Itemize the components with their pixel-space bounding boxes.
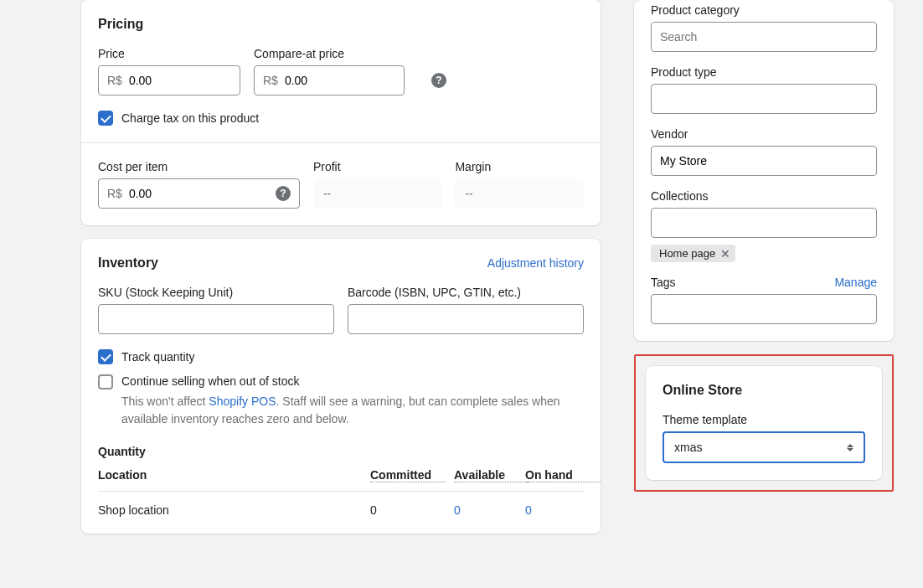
theme-template-value: xmas bbox=[674, 441, 702, 454]
price-label: Price bbox=[98, 47, 240, 60]
product-type-input[interactable] bbox=[651, 84, 877, 114]
sku-input[interactable] bbox=[98, 304, 334, 334]
vendor-label: Vendor bbox=[651, 127, 877, 141]
price-input-wrap[interactable]: R$ bbox=[98, 65, 240, 95]
online-store-highlight: Online Store Theme template xmas bbox=[634, 354, 894, 492]
category-label: Product category bbox=[651, 3, 877, 17]
onhand-header: On hand bbox=[525, 468, 601, 482]
organization-card: Product category Product type Vendor Col… bbox=[634, 0, 894, 341]
continue-selling-checkbox[interactable] bbox=[98, 374, 113, 389]
available-value[interactable]: 0 bbox=[454, 503, 461, 517]
shopify-pos-link[interactable]: Shopify POS bbox=[209, 395, 276, 408]
pricing-card: Pricing Price R$ Compare-at price R$ bbox=[81, 0, 601, 225]
currency-prefix: R$ bbox=[263, 74, 278, 87]
sku-label: SKU (Stock Keeping Unit) bbox=[98, 286, 334, 299]
margin-label: Margin bbox=[455, 160, 584, 173]
table-row: Shop location 0 0 0 bbox=[98, 492, 584, 517]
online-store-title: Online Store bbox=[663, 383, 865, 398]
compare-price-input[interactable] bbox=[285, 66, 431, 95]
barcode-input[interactable] bbox=[348, 304, 584, 334]
template-label: Theme template bbox=[663, 413, 865, 426]
tags-label: Tags bbox=[651, 276, 676, 289]
help-icon[interactable]: ? bbox=[276, 186, 291, 201]
close-icon[interactable]: ✕ bbox=[720, 248, 730, 260]
margin-value: -- bbox=[455, 178, 584, 209]
currency-prefix: R$ bbox=[107, 187, 122, 200]
pricing-title: Pricing bbox=[98, 17, 584, 32]
committed-header: Committed bbox=[370, 468, 446, 482]
profit-label: Profit bbox=[313, 160, 442, 173]
select-arrows-icon bbox=[847, 444, 855, 451]
adjustment-history-link[interactable]: Adjustment history bbox=[487, 256, 584, 270]
online-store-card: Online Store Theme template xmas bbox=[646, 366, 882, 480]
compare-price-label: Compare-at price bbox=[254, 47, 405, 60]
continue-selling-note: This won't affect Shopify POS. Staff wil… bbox=[121, 393, 584, 428]
committed-value: 0 bbox=[370, 503, 454, 517]
cost-input-wrap[interactable]: R$ ? bbox=[98, 178, 300, 209]
barcode-label: Barcode (ISBN, UPC, GTIN, etc.) bbox=[348, 286, 584, 299]
collection-tag-label: Home page bbox=[659, 247, 715, 260]
quantity-table: Location Committed Available On hand Sho… bbox=[98, 468, 584, 517]
quantity-heading: Quantity bbox=[98, 445, 584, 458]
location-name: Shop location bbox=[98, 503, 370, 517]
compare-price-input-wrap[interactable]: R$ ? bbox=[254, 65, 405, 95]
help-icon[interactable]: ? bbox=[431, 73, 446, 88]
type-label: Product type bbox=[651, 65, 877, 79]
onhand-value[interactable]: 0 bbox=[525, 503, 532, 517]
location-header: Location bbox=[98, 468, 370, 482]
collections-input[interactable] bbox=[651, 208, 877, 238]
manage-tags-link[interactable]: Manage bbox=[834, 276, 877, 289]
theme-template-select[interactable]: xmas bbox=[663, 431, 865, 463]
collection-tag: Home page ✕ bbox=[651, 245, 735, 262]
category-search-input[interactable] bbox=[651, 22, 877, 52]
inventory-card: Inventory Adjustment history SKU (Stock … bbox=[81, 239, 601, 534]
continue-selling-label: Continue selling when out of stock bbox=[121, 374, 299, 388]
profit-value: -- bbox=[313, 178, 442, 209]
currency-prefix: R$ bbox=[107, 74, 122, 87]
track-quantity-label: Track quantity bbox=[121, 350, 194, 364]
cost-input[interactable] bbox=[129, 179, 276, 208]
vendor-input[interactable] bbox=[651, 146, 877, 176]
tags-input[interactable] bbox=[651, 294, 877, 324]
inventory-title: Inventory bbox=[98, 255, 158, 271]
available-header: Available bbox=[454, 468, 529, 482]
track-quantity-checkbox[interactable] bbox=[98, 349, 113, 364]
collections-label: Collections bbox=[651, 189, 877, 203]
charge-tax-checkbox[interactable] bbox=[98, 111, 113, 126]
charge-tax-label: Charge tax on this product bbox=[121, 111, 259, 125]
cost-label: Cost per item bbox=[98, 160, 300, 173]
